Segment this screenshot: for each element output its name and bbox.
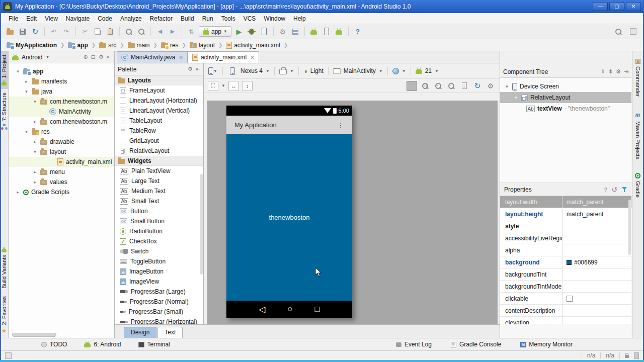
collapse-all-icon[interactable]: ⇟ [608,68,613,75]
palette-section-layouts[interactable]: Layouts [115,75,203,85]
project-horizontal-scrollbar[interactable] [9,333,114,337]
design-settings-gear-icon[interactable]: ⚙ [486,81,496,91]
tool-button-event-log[interactable]: Event Log [396,341,432,348]
pan-button[interactable] [407,81,417,91]
property-row[interactable]: accessibilityLiveRegion [500,232,631,244]
redo-icon[interactable]: ↷ [61,27,71,37]
breadcrumb-res[interactable]: res [159,42,180,49]
menu-help[interactable]: Help [290,14,309,23]
property-row[interactable]: layout:heightmatch_parent [500,208,631,220]
palette-item-small-text[interactable]: Small Text [115,196,203,206]
lock-icon[interactable] [625,355,629,358]
tool-button-commander[interactable]: Commander [635,55,641,101]
palette-item-imageview[interactable]: ImageView [115,277,203,287]
tree-item-app[interactable]: ▾app [9,66,114,76]
help-icon[interactable]: ? [353,27,363,37]
filter-icon[interactable] [621,187,627,193]
tree-item-layout[interactable]: ▾layout [9,147,114,157]
tool-button-structure[interactable]: 7: Structure [0,89,8,133]
palette-item-tablelayout[interactable]: TableLayout [115,116,203,126]
palette-item-medium-text[interactable]: Medium Text [115,186,203,196]
property-row[interactable]: style [500,220,631,232]
undo-icon[interactable]: ↶ [49,27,59,37]
tree-item-mainactivity[interactable]: MainActivity [9,107,114,117]
palette-item-checkbox[interactable]: CheckBox [115,236,203,246]
menu-view[interactable]: View [41,14,61,23]
tool-button-project[interactable]: 1: Project [0,51,8,89]
property-row[interactable]: clickable [500,293,631,305]
attach-debugger-icon[interactable] [259,27,269,37]
menu-navigate[interactable]: Navigate [62,14,93,23]
tab-design[interactable]: Design [124,327,156,338]
project-structure-icon[interactable] [290,27,300,37]
palette-item-relativelayout[interactable]: RelativeLayout [115,146,203,156]
configuration-icon[interactable]: ▼ [208,66,218,76]
close-tab-icon[interactable]: ✕ [179,55,183,60]
chevron-down-icon[interactable]: ▼ [45,55,49,59]
dock-icon[interactable]: ⇥ [624,68,628,75]
property-row[interactable]: elevation [500,317,631,324]
component-relativelayout[interactable]: ▾ RelativeLayout [500,92,631,103]
preview-doc-icon[interactable] [459,81,469,91]
expand-all-icon[interactable]: ⇞ [600,68,605,75]
settings-icon[interactable]: ⚙ [278,27,288,37]
sync-icon[interactable]: ↻ [30,27,40,37]
tool-button-terminal[interactable]: Terminal [138,341,170,348]
dock-icon[interactable]: ⇤ [196,66,200,72]
avd-manager-icon[interactable] [321,27,332,37]
tool-button-gradle[interactable]: Gradle [635,169,641,201]
breadcrumb-file[interactable]: activity_main.xml [224,42,281,49]
collapse-all-icon[interactable]: ⊟ [91,54,96,60]
locate-file-icon[interactable]: ⊕ [83,54,88,60]
theme-select[interactable]: Light [310,67,324,74]
expand-horizontal-button[interactable]: ↔ [228,81,239,91]
tool-button-todo[interactable]: TODO [41,341,67,348]
gear-icon[interactable]: ⚙ [99,54,104,60]
palette-item-framelayout[interactable]: FrameLayout [115,85,203,96]
menu-window[interactable]: Window [260,14,289,23]
panel-layout-icon[interactable] [628,27,638,37]
find-icon[interactable] [124,27,134,37]
preview-relativelayout[interactable]: thenewboston [226,134,352,301]
tree-item-activity-main-xml[interactable]: activity_main.xml [9,157,114,167]
property-row[interactable]: layout:widthmatch_parent [500,196,631,208]
replace-icon[interactable] [136,27,146,37]
menu-run[interactable]: Run [199,14,217,23]
menu-code[interactable]: Code [94,14,116,23]
palette-item-tablerow[interactable]: TableRow [115,126,203,136]
menu-refactor[interactable]: Refactor [146,14,176,23]
tool-button-build-variants[interactable]: Build Variants [1,244,7,292]
device-select[interactable]: Nexus 4 [240,67,263,74]
open-folder-icon[interactable] [5,27,15,37]
tab-text[interactable]: Text [157,327,183,338]
tool-button-favorites[interactable]: 2: Favorites [1,293,7,338]
zoom-out-icon[interactable]: − [446,81,456,91]
properties-scrollbar[interactable] [628,200,631,255]
breadcrumb-app[interactable]: app [66,42,89,49]
tool-button-android[interactable]: 6: Android [84,341,121,348]
orientation-icon[interactable] [279,69,287,74]
property-row[interactable]: backgroundTintMode [500,281,631,293]
activity-select[interactable]: MainActivity [344,67,376,74]
tab-mainactivity-java[interactable]: MainActivity.java ✕ [117,51,188,63]
refresh-icon[interactable]: ↻ [472,81,482,91]
device-preview[interactable]: 5:00 My Application ⋮ thenewboston ◁ ○ □ [226,106,352,318]
palette-item-plain-textview[interactable]: Plain TextView [115,166,203,176]
gear-icon[interactable]: ⚙ [188,66,193,72]
api-level-select[interactable]: 21 [425,67,432,74]
property-row[interactable]: alpha [500,244,631,256]
tree-item-drawable[interactable]: ▸drawable [9,137,114,147]
toolwindow-toggle-icon[interactable] [5,352,12,359]
zoom-in-icon[interactable]: + [433,81,443,91]
help-icon[interactable]: ? [604,187,608,193]
reset-icon[interactable]: ↺ [611,186,617,194]
expand-vertical-button[interactable]: ↕ [242,81,253,91]
minimize-button[interactable]: — [593,2,608,11]
preview-textview[interactable]: thenewboston [269,214,310,221]
palette-item-small-button[interactable]: Small Button [115,216,203,226]
menu-vcs[interactable]: VCS [240,14,260,23]
palette-item-progressbar-large[interactable]: ProgressBar (Large) [115,287,203,297]
tool-button-gradle-console[interactable]: Gradle Console [451,341,501,348]
clickable-checkbox[interactable] [567,296,573,302]
forward-icon[interactable]: ▶ [168,27,178,37]
